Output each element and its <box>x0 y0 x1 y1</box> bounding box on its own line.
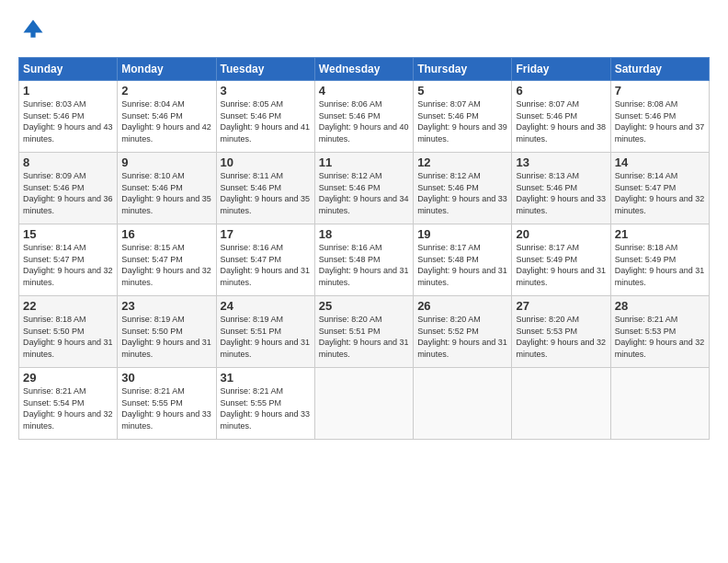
calendar-cell: 18Sunrise: 8:16 AMSunset: 5:48 PMDayligh… <box>314 224 413 296</box>
day-number: 24 <box>221 299 311 313</box>
calendar-cell: 17Sunrise: 8:16 AMSunset: 5:47 PMDayligh… <box>216 224 314 296</box>
day-number: 17 <box>221 227 311 241</box>
day-number: 29 <box>23 371 113 385</box>
calendar-cell <box>610 368 709 440</box>
cell-info: Sunrise: 8:03 AMSunset: 5:46 PMDaylight:… <box>23 98 113 144</box>
cell-info: Sunrise: 8:18 AMSunset: 5:49 PMDaylight:… <box>615 242 705 288</box>
cell-info: Sunrise: 8:20 AMSunset: 5:52 PMDaylight:… <box>417 314 507 360</box>
calendar-cell: 16Sunrise: 8:15 AMSunset: 5:47 PMDayligh… <box>118 224 216 296</box>
calendar-cell: 4Sunrise: 8:06 AMSunset: 5:46 PMDaylight… <box>314 81 413 153</box>
day-number: 6 <box>516 84 606 98</box>
cell-info: Sunrise: 8:20 AMSunset: 5:53 PMDaylight:… <box>516 314 606 360</box>
calendar-week-row: 1Sunrise: 8:03 AMSunset: 5:46 PMDaylight… <box>19 81 710 153</box>
calendar-cell: 14Sunrise: 8:14 AMSunset: 5:47 PMDayligh… <box>610 153 709 224</box>
day-number: 16 <box>121 227 211 241</box>
cell-info: Sunrise: 8:20 AMSunset: 5:51 PMDaylight:… <box>319 314 409 360</box>
calendar-cell: 10Sunrise: 8:11 AMSunset: 5:46 PMDayligh… <box>216 153 314 224</box>
cell-info: Sunrise: 8:21 AMSunset: 5:55 PMDaylight:… <box>121 385 211 431</box>
cell-info: Sunrise: 8:19 AMSunset: 5:51 PMDaylight:… <box>221 314 311 360</box>
calendar-cell: 21Sunrise: 8:18 AMSunset: 5:49 PMDayligh… <box>610 224 709 296</box>
cell-info: Sunrise: 8:14 AMSunset: 5:47 PMDaylight:… <box>23 242 113 288</box>
day-number: 23 <box>121 299 211 313</box>
day-number: 12 <box>417 155 507 169</box>
calendar-cell: 19Sunrise: 8:17 AMSunset: 5:48 PMDayligh… <box>414 224 512 296</box>
day-number: 5 <box>417 84 507 98</box>
calendar-cell: 8Sunrise: 8:09 AMSunset: 5:46 PMDaylight… <box>19 153 118 224</box>
logo <box>18 17 46 46</box>
day-number: 19 <box>417 227 507 241</box>
day-number: 2 <box>121 84 211 98</box>
cell-info: Sunrise: 8:09 AMSunset: 5:46 PMDaylight:… <box>23 170 113 216</box>
calendar-cell: 20Sunrise: 8:17 AMSunset: 5:49 PMDayligh… <box>512 224 610 296</box>
calendar-cell: 25Sunrise: 8:20 AMSunset: 5:51 PMDayligh… <box>314 296 413 368</box>
cell-info: Sunrise: 8:15 AMSunset: 5:47 PMDaylight:… <box>121 242 211 288</box>
day-number: 1 <box>23 84 113 98</box>
calendar-cell: 31Sunrise: 8:21 AMSunset: 5:55 PMDayligh… <box>216 368 314 440</box>
calendar-cell: 1Sunrise: 8:03 AMSunset: 5:46 PMDaylight… <box>19 81 118 153</box>
calendar-cell <box>512 368 610 440</box>
calendar-week-row: 29Sunrise: 8:21 AMSunset: 5:54 PMDayligh… <box>19 368 710 440</box>
calendar-table: SundayMondayTuesdayWednesdayThursdayFrid… <box>18 57 710 440</box>
day-number: 26 <box>417 299 507 313</box>
calendar-cell: 24Sunrise: 8:19 AMSunset: 5:51 PMDayligh… <box>216 296 314 368</box>
calendar-cell: 26Sunrise: 8:20 AMSunset: 5:52 PMDayligh… <box>414 296 512 368</box>
weekday-header-sunday: Sunday <box>19 58 118 81</box>
day-number: 18 <box>319 227 409 241</box>
calendar-cell: 28Sunrise: 8:21 AMSunset: 5:53 PMDayligh… <box>610 296 709 368</box>
day-number: 20 <box>516 227 606 241</box>
cell-info: Sunrise: 8:21 AMSunset: 5:55 PMDaylight:… <box>221 385 311 431</box>
weekday-header-row: SundayMondayTuesdayWednesdayThursdayFrid… <box>19 58 710 81</box>
day-number: 3 <box>221 84 311 98</box>
page: SundayMondayTuesdayWednesdayThursdayFrid… <box>0 0 728 451</box>
calendar-cell: 3Sunrise: 8:05 AMSunset: 5:46 PMDaylight… <box>216 81 314 153</box>
cell-info: Sunrise: 8:13 AMSunset: 5:46 PMDaylight:… <box>516 170 606 216</box>
day-number: 31 <box>221 371 311 385</box>
cell-info: Sunrise: 8:08 AMSunset: 5:46 PMDaylight:… <box>615 98 705 144</box>
weekday-header-saturday: Saturday <box>610 58 709 81</box>
calendar-cell: 11Sunrise: 8:12 AMSunset: 5:46 PMDayligh… <box>314 153 413 224</box>
svg-rect-1 <box>30 31 35 38</box>
cell-info: Sunrise: 8:12 AMSunset: 5:46 PMDaylight:… <box>319 170 409 216</box>
cell-info: Sunrise: 8:16 AMSunset: 5:47 PMDaylight:… <box>221 242 311 288</box>
calendar-week-row: 22Sunrise: 8:18 AMSunset: 5:50 PMDayligh… <box>19 296 710 368</box>
day-number: 14 <box>615 155 705 169</box>
day-number: 27 <box>516 299 606 313</box>
calendar-cell: 2Sunrise: 8:04 AMSunset: 5:46 PMDaylight… <box>118 81 216 153</box>
weekday-header-wednesday: Wednesday <box>314 58 413 81</box>
cell-info: Sunrise: 8:16 AMSunset: 5:48 PMDaylight:… <box>319 242 409 288</box>
day-number: 30 <box>121 371 211 385</box>
day-number: 10 <box>221 155 311 169</box>
calendar-cell <box>314 368 413 440</box>
cell-info: Sunrise: 8:17 AMSunset: 5:48 PMDaylight:… <box>417 242 507 288</box>
cell-info: Sunrise: 8:07 AMSunset: 5:46 PMDaylight:… <box>516 98 606 144</box>
weekday-header-thursday: Thursday <box>414 58 512 81</box>
day-number: 4 <box>319 84 409 98</box>
day-number: 7 <box>615 84 705 98</box>
cell-info: Sunrise: 8:21 AMSunset: 5:53 PMDaylight:… <box>615 314 705 360</box>
day-number: 25 <box>319 299 409 313</box>
calendar-cell: 6Sunrise: 8:07 AMSunset: 5:46 PMDaylight… <box>512 81 610 153</box>
day-number: 22 <box>23 299 113 313</box>
day-number: 21 <box>615 227 705 241</box>
weekday-header-friday: Friday <box>512 58 610 81</box>
weekday-header-monday: Monday <box>118 58 216 81</box>
day-number: 11 <box>319 155 409 169</box>
cell-info: Sunrise: 8:07 AMSunset: 5:46 PMDaylight:… <box>417 98 507 144</box>
header <box>18 17 710 46</box>
day-number: 28 <box>615 299 705 313</box>
day-number: 8 <box>23 155 113 169</box>
calendar-cell: 29Sunrise: 8:21 AMSunset: 5:54 PMDayligh… <box>19 368 118 440</box>
cell-info: Sunrise: 8:05 AMSunset: 5:46 PMDaylight:… <box>221 98 311 144</box>
calendar-cell <box>414 368 512 440</box>
calendar-cell: 13Sunrise: 8:13 AMSunset: 5:46 PMDayligh… <box>512 153 610 224</box>
calendar-cell: 15Sunrise: 8:14 AMSunset: 5:47 PMDayligh… <box>19 224 118 296</box>
cell-info: Sunrise: 8:19 AMSunset: 5:50 PMDaylight:… <box>121 314 211 360</box>
cell-info: Sunrise: 8:21 AMSunset: 5:54 PMDaylight:… <box>23 385 113 431</box>
day-number: 9 <box>121 155 211 169</box>
logo-icon <box>20 17 46 42</box>
calendar-week-row: 15Sunrise: 8:14 AMSunset: 5:47 PMDayligh… <box>19 224 710 296</box>
svg-marker-0 <box>24 20 43 33</box>
calendar-week-row: 8Sunrise: 8:09 AMSunset: 5:46 PMDaylight… <box>19 153 710 224</box>
cell-info: Sunrise: 8:10 AMSunset: 5:46 PMDaylight:… <box>121 170 211 216</box>
calendar-cell: 12Sunrise: 8:12 AMSunset: 5:46 PMDayligh… <box>414 153 512 224</box>
